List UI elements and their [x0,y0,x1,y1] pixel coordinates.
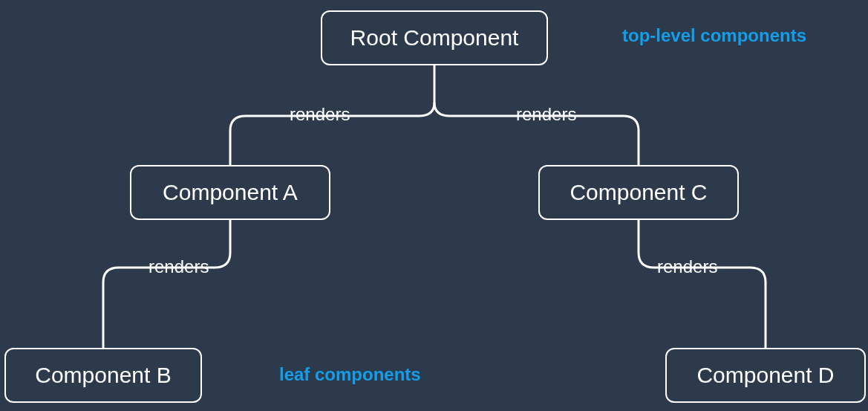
edge-label-a-b: renders [149,256,209,277]
annotation-top-level: top-level components [622,25,806,46]
node-d-label: Component D [696,363,834,387]
node-b-label: Component B [35,363,171,387]
node-component-d: Component D [665,348,866,403]
node-component-a: Component A [130,165,330,220]
node-component-b: Component B [4,348,202,403]
edge-label-c-d: renders [657,256,717,277]
node-c-label: Component C [570,180,707,204]
node-component-c: Component C [538,165,739,220]
edge-label-root-c: renders [516,104,576,125]
node-root-label: Root Component [350,25,519,50]
node-a-label: Component A [163,180,298,204]
edge-label-root-a: renders [290,104,350,125]
node-root: Root Component [321,10,548,65]
annotation-leaf: leaf components [279,364,421,385]
